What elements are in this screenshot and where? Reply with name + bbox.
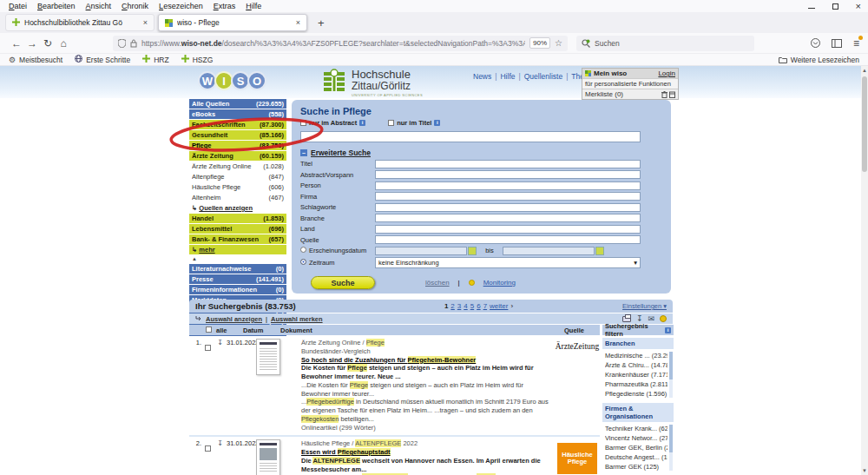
sidebar-item-firmeninformationen[interactable]: Firmeninformationen(0) — [189, 285, 286, 295]
sidebar-item-häusliche-pflege[interactable]: Häusliche Pflege(606) — [189, 182, 286, 193]
calendar-icon[interactable] — [468, 247, 477, 255]
sidebar-item-mehr[interactable]: ↳mehr — [189, 245, 286, 255]
result-checkbox[interactable] — [205, 445, 211, 452]
field-input-branche[interactable] — [375, 214, 641, 222]
field-input-firma[interactable] — [375, 192, 641, 201]
link-auswahl-merken[interactable]: Auswahl merken — [271, 315, 323, 323]
source-logo[interactable]: Häusliche Pflege — [557, 443, 597, 474]
date-radio-group[interactable]: Erscheinungsdatum — [300, 247, 375, 254]
result-title[interactable]: Essen wird Pflegehauptstadt — [301, 448, 551, 457]
trash-icon[interactable] — [661, 91, 667, 98]
range-radio[interactable] — [300, 259, 306, 265]
sidebar-item-lebensmittel[interactable]: Lebensmittel(696) — [189, 224, 286, 234]
lock-icon[interactable] — [130, 39, 137, 48]
einstellungen-link[interactable]: Einstellungen ▾ — [622, 302, 667, 310]
sidebar-item-altenpflege[interactable]: Altenpflege(847) — [189, 172, 286, 182]
download-icon[interactable]: ↧ — [214, 439, 227, 475]
date-from-input[interactable] — [375, 247, 467, 255]
scrollbar-thumb[interactable] — [862, 76, 867, 172]
filter-item[interactable]: Ärzte & Chiru... (14.782) — [605, 360, 667, 370]
info-icon[interactable]: i — [434, 120, 440, 126]
sidebar-item-ärzte-zeitung[interactable]: Ärzte Zeitung(60.159) — [189, 151, 286, 162]
tab-inactive[interactable]: Hochschulbibliothek Zittau Gö× — [5, 14, 155, 31]
bookmark-hrz[interactable]: HRZ — [142, 55, 168, 64]
pagination-weiter[interactable]: weiter — [490, 302, 508, 310]
filter-item[interactable]: Deutsche Angest... (188) — [605, 452, 667, 462]
new-tab-button[interactable]: + — [311, 16, 332, 30]
field-input-schlagworte[interactable] — [375, 203, 641, 212]
range-select[interactable]: keine Einschränkung ▾ — [375, 257, 641, 268]
tab-close-icon[interactable]: × — [143, 18, 148, 27]
date-to-input[interactable] — [503, 247, 595, 255]
bookmark-hszg[interactable]: HSZG — [181, 55, 214, 64]
sidebar-item-alle-quellen[interactable]: Alle Quellen(229.655) — [189, 99, 286, 109]
field-input-person[interactable] — [375, 181, 641, 190]
scrollbar[interactable]: ▲ ▼ — [861, 66, 868, 475]
more-bookmarks[interactable]: Weitere Lesezeichen — [779, 56, 859, 64]
page-zoom-badge[interactable]: 90% — [529, 37, 550, 49]
menu-bearbeiten[interactable]: Bearbeiten — [32, 2, 81, 10]
pagination-page-6[interactable]: 6 — [477, 302, 480, 310]
info-icon[interactable]: i — [359, 120, 365, 126]
alert-icon[interactable] — [660, 315, 667, 322]
sidebar-item-handel[interactable]: Handel(1.853) — [189, 214, 286, 224]
menu-extras[interactable]: Extras — [208, 2, 241, 10]
menu-ansicht[interactable]: Ansicht — [81, 2, 117, 10]
field-input-titel[interactable] — [375, 160, 641, 168]
menu-hamburger-icon[interactable]: ≡ — [853, 37, 859, 49]
search-bar[interactable]: Suchen — [576, 36, 754, 51]
bookmark-erste-schritte[interactable]: Erste Schritte — [75, 55, 130, 64]
range-radio-group[interactable]: Zeitraum — [300, 259, 375, 267]
pocket-icon[interactable] — [811, 38, 820, 48]
scroll-up-arrow[interactable]: ▲ — [861, 66, 868, 75]
forward-icon[interactable]: → — [24, 37, 40, 49]
filter-item[interactable]: Pflegedienste (1.596) — [605, 389, 667, 399]
monitoring-link[interactable]: Monitoring — [483, 279, 516, 287]
document-thumbnail[interactable] — [256, 339, 280, 375]
sidebar-item-ärzte-zeitung-online[interactable]: Ärzte Zeitung Online(1.028) — [189, 162, 286, 172]
pagination-page-2[interactable]: 2 — [450, 302, 454, 310]
result-checkbox[interactable] — [205, 345, 211, 351]
filter-scrollbar-thumb[interactable] — [669, 352, 673, 379]
advanced-search-toggle[interactable]: – Erweiterte Suche — [300, 148, 662, 157]
close-button[interactable]: × — [856, 2, 861, 10]
pagination-page-7[interactable]: 7 — [483, 302, 487, 310]
maximize-button[interactable] — [832, 3, 838, 10]
result-title[interactable]: So hoch sind die Zuzahlungen für Pflegeh… — [301, 356, 551, 365]
date-radio[interactable] — [300, 247, 306, 253]
field-input-land[interactable] — [375, 225, 641, 234]
suche-button[interactable]: Suche — [311, 276, 375, 289]
sidebar-item-fachzeitschriften[interactable]: Fachzeitschriften(87.300) — [189, 120, 286, 130]
login-link[interactable]: Login — [658, 69, 675, 77]
header-link-hilfe[interactable]: Hilfe — [500, 72, 515, 81]
header-link-quellenliste[interactable]: Quellenliste — [524, 72, 562, 81]
pagination-next-arrow[interactable]: › — [510, 302, 513, 310]
filter-item[interactable]: Vincentz Networ... (278) — [605, 433, 667, 443]
hochschule-logo[interactable]: Hochschule Zittau/Görlitz UNIVERSITY OF … — [323, 69, 423, 97]
collapse-icon[interactable]: – — [300, 149, 307, 156]
sidebar-item-presse[interactable]: Presse(141.491) — [189, 274, 286, 285]
download-icon[interactable]: ↧ — [214, 339, 227, 432]
loeschen-link[interactable]: löschen — [425, 279, 450, 287]
field-input-quelle[interactable] — [375, 235, 641, 244]
sidebar-item-bank-finanzwesen[interactable]: Bank- & Finanzwesen(657) — [189, 234, 286, 245]
home-icon[interactable]: ⌂ — [56, 37, 71, 49]
field-input-abstractvorspann[interactable] — [375, 170, 641, 179]
menu-lesezeichen[interactable]: Lesezeichen — [154, 2, 208, 10]
filter-item[interactable]: Medizinische ... (23.299) — [605, 351, 667, 360]
url-bar[interactable]: https://www.wiso-net.de/dosearch/%3A3%3A… — [113, 36, 568, 51]
info-icon[interactable]: i — [665, 327, 671, 333]
shield-icon[interactable] — [118, 39, 126, 48]
sidebar-item-altenheim[interactable]: Altenheim(467) — [189, 193, 286, 203]
tab-close-icon[interactable]: × — [296, 18, 300, 27]
bookmark-meistbesucht[interactable]: ⚙Meistbesucht — [9, 55, 62, 64]
print-icon[interactable] — [622, 316, 631, 322]
menu-hilfe[interactable]: Hilfe — [240, 2, 266, 10]
sidebar-item-pflege[interactable]: Pflege(83.753) — [189, 141, 286, 151]
scroll-down-arrow[interactable]: ▼ — [861, 466, 868, 475]
pagination-page-4[interactable]: 4 — [464, 302, 467, 310]
filter-item[interactable]: Krankenhäuser (7.171) — [605, 370, 667, 379]
sidebar-panel-icon[interactable] — [832, 39, 842, 48]
url-text[interactable]: https://www.wiso-net.de/dosearch/%3A3%3A… — [141, 39, 525, 48]
menu-datei[interactable]: Datei — [3, 2, 32, 10]
